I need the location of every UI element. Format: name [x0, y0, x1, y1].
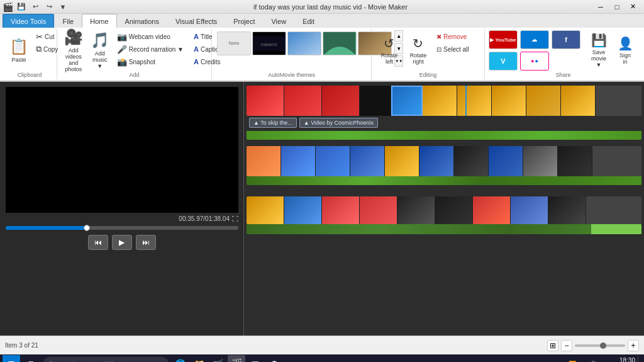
frame-tails-4	[526, 86, 561, 116]
track3-frame-1	[247, 196, 284, 224]
theme-fade[interactable]	[287, 31, 321, 55]
tab-edit[interactable]: Edit	[294, 14, 323, 28]
show-desktop-button[interactable]	[638, 355, 641, 362]
track3-frame-9	[548, 196, 586, 224]
add-videos-button[interactable]: 🎥 Add videosand photos	[61, 30, 86, 71]
taskbar-network-icon[interactable]: 📶	[564, 355, 581, 362]
preview-seek[interactable]	[6, 226, 238, 230]
quick-dropdown-button[interactable]: ▼	[57, 1, 69, 13]
frame-1	[247, 86, 284, 116]
tab-project[interactable]: Project	[225, 14, 263, 28]
caption-1[interactable]: ▲ To skip the...	[249, 118, 297, 128]
status-bar: Item 3 of 21 ⊞ − +	[0, 336, 644, 354]
zoom-control: ⊞ − +	[547, 340, 639, 351]
taskbar-app-icons: 🌐 📁 🛒 🎬 ✉ ⚙	[171, 355, 283, 362]
ribbon-tab-bar: Video Tools File Home Animations Visual …	[0, 14, 644, 28]
record-narration-button[interactable]: 🎤 Record narration ▼	[114, 43, 187, 55]
close-button[interactable]: ✕	[625, 0, 641, 14]
taskbar-extra-icon[interactable]: ⚙	[265, 355, 283, 362]
taskbar-chevron-icon[interactable]: ▲	[543, 355, 561, 362]
zoom-fit-button[interactable]: ⊞	[547, 340, 558, 351]
title-icon: A	[194, 33, 199, 40]
flickr-button[interactable]: ●●	[520, 52, 549, 71]
quick-save-button[interactable]: 💾	[16, 1, 27, 13]
themes-content: None CINEMATIC	[216, 30, 367, 71]
rotate-left-button[interactable]: ↺ Rotateleft	[375, 30, 403, 71]
clipboard-group: 📋 Paste ✂ Cut ⧉ Copy Clipboard	[3, 29, 57, 79]
grass-strip-2	[247, 176, 641, 185]
share-content: ▶ YouTube ☁ f V ●● 💾	[489, 30, 638, 71]
tab-file[interactable]: File	[54, 14, 82, 28]
start-button[interactable]: ⊞	[3, 355, 20, 362]
play-button[interactable]: ▶	[112, 235, 132, 250]
taskbar-moviemaker-icon[interactable]: 🎬	[228, 355, 245, 362]
timeline-panel[interactable]: ▲ To skip the... ▲ Video by CosmicPhoeni…	[244, 82, 644, 336]
theme-pan-preview	[324, 32, 355, 55]
minimize-button[interactable]: ─	[592, 0, 609, 14]
frame-tails-2	[457, 86, 492, 116]
themes-area: None CINEMATIC	[216, 30, 393, 57]
preview-panel: 00:35.97/01:38.04 ⛶ ⏮ ▶ ⏭	[0, 82, 244, 336]
svg-rect-3	[253, 32, 285, 36]
main-area: 00:35.97/01:38.04 ⛶ ⏮ ▶ ⏭	[0, 82, 644, 336]
svg-rect-4	[253, 51, 285, 55]
tab-animations[interactable]: Animations	[117, 14, 167, 28]
caption-icon: A	[194, 45, 199, 53]
vimeo-button[interactable]: V	[489, 52, 518, 71]
theme-pan[interactable]	[323, 31, 357, 55]
track-2-video[interactable]	[247, 146, 641, 176]
taskbar-edge-icon[interactable]: 🌐	[171, 355, 189, 362]
tab-video-tools[interactable]: Video Tools	[3, 14, 54, 28]
taskbar-explorer-icon[interactable]: 📁	[190, 355, 208, 362]
preview-seek-fill	[6, 226, 87, 230]
track3-frame-3	[322, 196, 360, 224]
onedrive-button[interactable]: ☁	[520, 30, 549, 49]
editing-group-label: Editing	[375, 71, 480, 78]
tab-view[interactable]: View	[263, 14, 294, 28]
snapshot-button[interactable]: 📸 Snapshot	[114, 55, 187, 68]
webcam-button[interactable]: 📷 Webcam video	[114, 30, 187, 43]
taskbar-store-icon[interactable]: 🛒	[209, 355, 226, 362]
rotate-right-button[interactable]: ↻ Rotateright	[404, 30, 432, 71]
track-1-video[interactable]	[247, 86, 641, 116]
sign-in-button[interactable]: 👤 Signin	[613, 30, 638, 71]
frame-2	[284, 86, 322, 116]
frame-3	[322, 86, 360, 116]
step-forward-button[interactable]: ⏭	[136, 235, 156, 250]
remove-button[interactable]: ✖ Remove	[433, 30, 472, 43]
share-group-label: Share	[489, 71, 638, 78]
sonic-frame-6	[419, 146, 454, 176]
youtube-button[interactable]: ▶ YouTube	[489, 30, 518, 49]
add-music-button[interactable]: 🎵 Addmusic ▼	[87, 30, 113, 71]
quick-undo-button[interactable]: ↩	[30, 1, 41, 13]
ribbon: Video Tools File Home Animations Visual …	[0, 14, 644, 82]
taskbar-mail-icon[interactable]: ✉	[247, 355, 264, 362]
taskbar-volume-icon[interactable]: 🔊	[584, 355, 601, 362]
zoom-in-button[interactable]: +	[628, 340, 639, 351]
facebook-button[interactable]: f	[552, 30, 580, 49]
taskbar-search-input[interactable]	[43, 357, 169, 362]
maximize-button[interactable]: □	[609, 0, 625, 14]
tab-visual-effects[interactable]: Visual Effects	[167, 14, 225, 28]
track-3-video[interactable]	[247, 196, 641, 224]
track-2-container	[247, 146, 641, 185]
theme-cinematic[interactable]: CINEMATIC	[252, 31, 286, 55]
fullscreen-icon[interactable]: ⛶	[232, 215, 238, 222]
rotate-right-icon: ↻	[413, 36, 423, 51]
zoom-slider-thumb	[600, 342, 606, 349]
select-all-button[interactable]: ⊡ Select all	[433, 43, 472, 55]
add-music-icon: 🎵	[91, 31, 109, 49]
paste-button[interactable]: 📋 Paste	[6, 30, 31, 71]
tab-home[interactable]: Home	[82, 14, 116, 28]
taskbar-time: 18:30 02/02/2016	[604, 357, 635, 362]
zoom-out-button[interactable]: −	[561, 340, 572, 351]
zoom-slider[interactable]	[575, 344, 625, 347]
save-movie-button[interactable]: 💾 Savemovie ▼	[586, 30, 611, 71]
caption-2[interactable]: ▲ Video by CosmicPhoenix	[299, 118, 378, 128]
theme-none[interactable]: None	[217, 31, 251, 55]
quick-redo-button[interactable]: ↪	[43, 1, 55, 13]
item-count: Item 3 of 21	[5, 342, 38, 349]
step-back-button[interactable]: ⏮	[88, 235, 108, 250]
captions-row: ▲ To skip the... ▲ Video by CosmicPhoeni…	[249, 118, 378, 128]
task-view-button[interactable]: ⧉	[23, 355, 40, 362]
